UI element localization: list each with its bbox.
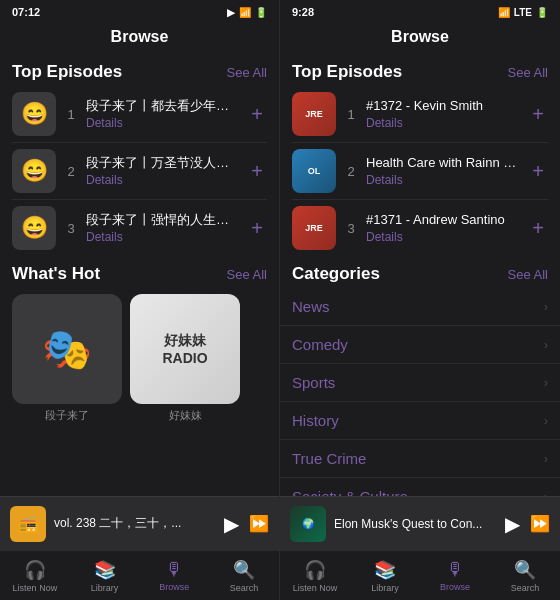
left-tab-browse-icon: 🎙 [165,559,183,580]
right-episode-title-3: #1371 - Andrew Santino [366,212,520,229]
left-hot-item-2[interactable]: 好妹妹RADIO 好妹妹 [130,294,240,423]
left-whats-hot-grid: 🎭 段子来了 好妹妹RADIO 好妹妹 [0,288,279,429]
right-categories-see-all[interactable]: See All [508,267,548,282]
left-episode-row-2[interactable]: 😄 2 段子来了丨万圣节没人陪你搞黄，独自上网看CP… Details + [0,143,279,199]
left-episode-detail-3[interactable]: Details [86,230,239,244]
left-episode-detail-1[interactable]: Details [86,116,239,130]
left-episode-title-1: 段子来了丨都去看少年的你，谁来看看老年的我… [86,98,239,115]
left-status-icons: ▶📶🔋 [227,7,267,18]
left-whats-hot-header: What's Hot See All [0,256,279,288]
left-np-title: vol. 238 二十，三十，... [54,515,216,532]
left-status-bar: 07:12 ▶📶🔋 [0,0,279,22]
left-episode-info-2: 段子来了丨万圣节没人陪你搞黄，独自上网看CP… Details [86,155,239,188]
left-now-playing[interactable]: 📻 vol. 238 二十，三十，... ▶ ⏩ [0,496,279,550]
left-add-btn-1[interactable]: + [247,103,267,126]
right-tab-library[interactable]: 📚 Library [350,551,420,600]
left-tab-library[interactable]: 📚 Library [70,551,140,600]
right-category-comedy-chevron: › [544,337,548,352]
left-episode-row-3[interactable]: 😄 3 段子来了丨强悍的人生无需解释，剧情的代码无… Details + [0,200,279,256]
left-tab-bar: 🎧 Listen Now 📚 Library 🎙 Browse 🔍 Search [0,550,279,600]
right-episode-row-3[interactable]: JRE 3 #1371 - Andrew Santino Details + [280,200,560,256]
right-add-btn-3[interactable]: + [528,217,548,240]
left-episode-num-1: 1 [64,107,78,122]
left-tab-listen-now[interactable]: 🎧 Listen Now [0,551,70,600]
right-panel: 9:28 📶LTE🔋 Browse Top Episodes See All J… [280,0,560,600]
right-episode-thumb-3: JRE [292,206,336,250]
right-categories-title: Categories [292,264,380,284]
left-top-episodes-title: Top Episodes [12,62,122,82]
right-category-news-chevron: › [544,299,548,314]
right-episode-detail-3[interactable]: Details [366,230,520,244]
left-episode-detail-2[interactable]: Details [86,173,239,187]
left-tab-browse-label: Browse [159,582,189,592]
right-episode-detail-2[interactable]: Details [366,173,520,187]
right-top-episodes-title: Top Episodes [292,62,402,82]
right-np-controls: ▶ ⏩ [505,512,550,536]
left-np-info: vol. 238 二十，三十，... [54,515,216,532]
left-add-btn-2[interactable]: + [247,160,267,183]
right-episode-row-1[interactable]: JRE 1 #1372 - Kevin Smith Details + [280,86,560,142]
right-episode-title-2: Health Care with Rainn Wilson [366,155,520,172]
right-status-bar: 9:28 📶LTE🔋 [280,0,560,22]
right-episode-row-2[interactable]: OL 2 Health Care with Rainn Wilson Detai… [280,143,560,199]
right-now-playing[interactable]: 🌍 Elon Musk's Quest to Con... ▶ ⏩ [280,496,560,550]
left-episode-info-3: 段子来了丨强悍的人生无需解释，剧情的代码无… Details [86,212,239,245]
right-episode-num-3: 3 [344,221,358,236]
right-tab-browse[interactable]: 🎙 Browse [420,551,490,600]
right-add-btn-1[interactable]: + [528,103,548,126]
right-category-society-label: Society & Culture [292,488,408,496]
right-category-society[interactable]: Society & Culture › [280,478,560,496]
left-tab-browse[interactable]: 🎙 Browse [140,551,210,600]
right-top-episodes-see-all[interactable]: See All [508,65,548,80]
right-category-true-crime[interactable]: True Crime › [280,440,560,478]
right-status-icons: 📶LTE🔋 [498,7,548,18]
right-tab-search-icon: 🔍 [514,559,536,581]
left-np-skip-btn[interactable]: ⏩ [249,514,269,533]
left-whats-hot-see-all[interactable]: See All [227,267,267,282]
left-tab-search-label: Search [230,583,259,593]
left-hot-label-1: 段子来了 [12,408,122,423]
right-top-episodes-header: Top Episodes See All [280,54,560,86]
right-add-btn-2[interactable]: + [528,160,548,183]
right-tab-listen-label: Listen Now [293,583,338,593]
right-episode-detail-1[interactable]: Details [366,116,520,130]
left-tab-library-icon: 📚 [94,559,116,581]
right-tab-search[interactable]: 🔍 Search [490,551,560,600]
left-add-btn-3[interactable]: + [247,217,267,240]
left-whats-hot-title: What's Hot [12,264,100,284]
left-top-episodes-see-all[interactable]: See All [227,65,267,80]
left-hot-thumb-1: 🎭 [12,294,122,404]
left-hot-item-1[interactable]: 🎭 段子来了 [12,294,122,423]
right-tab-library-label: Library [371,583,399,593]
left-tab-search[interactable]: 🔍 Search [209,551,279,600]
right-np-skip-btn[interactable]: ⏩ [530,514,550,533]
right-tab-library-icon: 📚 [374,559,396,581]
right-tab-search-label: Search [511,583,540,593]
left-tab-library-label: Library [91,583,119,593]
left-episode-title-2: 段子来了丨万圣节没人陪你搞黄，独自上网看CP… [86,155,239,172]
right-tab-listen-now[interactable]: 🎧 Listen Now [280,551,350,600]
right-tab-browse-icon: 🎙 [446,559,464,580]
right-episode-info-3: #1371 - Andrew Santino Details [366,212,520,245]
left-hot-label-2: 好妹妹 [130,408,240,423]
right-np-play-btn[interactable]: ▶ [505,512,520,536]
left-episode-row-1[interactable]: 😄 1 段子来了丨都去看少年的你，谁来看看老年的我… Details + [0,86,279,142]
right-nav-title: Browse [280,22,560,54]
right-category-history-chevron: › [544,413,548,428]
left-np-controls: ▶ ⏩ [224,512,269,536]
right-category-news-label: News [292,298,330,315]
left-nav-title: Browse [0,22,279,54]
right-category-sports[interactable]: Sports › [280,364,560,402]
right-np-thumb: 🌍 [290,506,326,542]
right-episode-num-1: 1 [344,107,358,122]
left-scroll-area: Top Episodes See All 😄 1 段子来了丨都去看少年的你，谁来… [0,54,279,496]
right-category-comedy[interactable]: Comedy › [280,326,560,364]
left-hot-thumb-2: 好妹妹RADIO [130,294,240,404]
left-np-play-btn[interactable]: ▶ [224,512,239,536]
right-category-history[interactable]: History › [280,402,560,440]
right-time: 9:28 [292,6,314,18]
right-categories-header: Categories See All [280,256,560,288]
left-tab-search-icon: 🔍 [233,559,255,581]
right-category-news[interactable]: News › [280,288,560,326]
left-top-episodes-header: Top Episodes See All [0,54,279,86]
